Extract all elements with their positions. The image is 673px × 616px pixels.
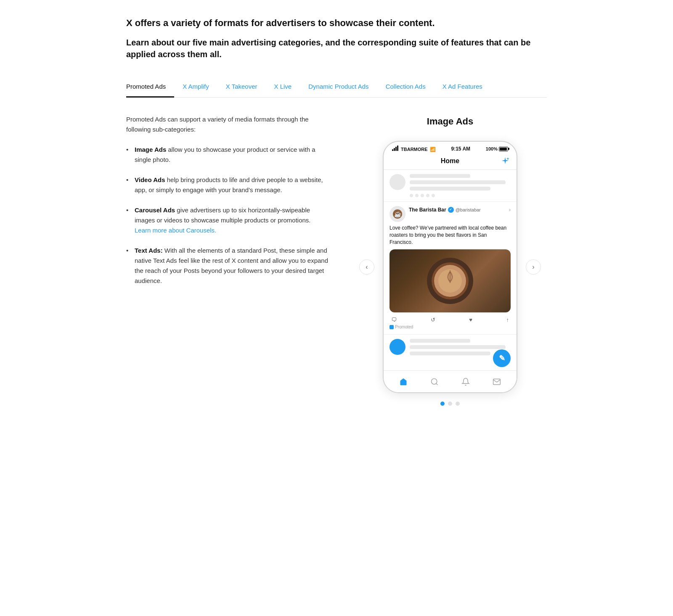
compose-icon: ✎ [499, 353, 505, 364]
carousel-ads-title: Carousel Ads [135, 206, 175, 214]
post-author-name: The Barista Bar [409, 206, 446, 214]
skeleton-dot [415, 194, 419, 197]
skeleton-avatar-1 [389, 174, 405, 190]
tab-dynamic-product[interactable]: Dynamic Product Ads [300, 77, 377, 98]
skeleton-line [410, 339, 470, 343]
skeleton-post-1 [384, 170, 517, 202]
list-item-text-ads: Text Ads: With all the elements of a sta… [126, 246, 328, 286]
chevron-right-icon: › [532, 262, 534, 272]
post-author-row: The Barista Bar ✓ @baristabar › [409, 206, 511, 214]
skeleton-dot [432, 194, 435, 197]
promoted-post: ☕ The Barista Bar ✓ @baristabar › [384, 202, 517, 335]
skeleton-lines-1 [410, 174, 511, 197]
post-header: ☕ The Barista Bar ✓ @baristabar › [389, 206, 511, 222]
comment-icon[interactable]: 🗨 [391, 316, 397, 324]
phone-nav-title: Home [441, 156, 459, 166]
chevron-left-icon: ‹ [366, 262, 368, 272]
skeleton-dot [421, 194, 424, 197]
like-icon[interactable]: ♥ [469, 316, 472, 324]
carrier-name: TBARMORE [401, 147, 428, 152]
skeleton-line [410, 180, 506, 184]
phone-content-scroll[interactable]: ☕ The Barista Bar ✓ @baristabar › [384, 170, 517, 370]
compose-button[interactable]: ✎ [493, 349, 511, 367]
nav-search-icon[interactable] [430, 377, 439, 386]
tab-collection[interactable]: Collection Ads [377, 77, 434, 98]
header-right-area [497, 156, 510, 166]
features-list: Image Ads allow you to showcase your pro… [126, 145, 328, 286]
post-handle: @baristabar [456, 206, 481, 214]
signal-bar-3 [395, 147, 397, 151]
skeleton-line [410, 187, 490, 190]
battery-fill [500, 148, 507, 151]
intro-section: X offers a variety of formats for advert… [126, 17, 547, 60]
skeleton-dots [410, 194, 511, 197]
skeleton-line [410, 174, 470, 178]
share-icon[interactable]: ↑ [506, 316, 509, 324]
page-wrapper: X offers a variety of formats for advert… [101, 0, 572, 431]
skeleton-avatar-blue [389, 339, 405, 355]
phone-carousel-wrapper: ‹ TBARMORE [353, 141, 547, 393]
phone-bottom-nav [384, 370, 517, 392]
nav-messages-icon[interactable] [492, 377, 501, 386]
signal-bar-4 [397, 145, 398, 151]
description-text: Promoted Ads can support a variety of me… [126, 114, 328, 135]
skeleton-line [410, 345, 506, 349]
text-ads-title: Text Ads: [135, 247, 163, 254]
video-ads-title: Video Ads [135, 176, 165, 183]
preview-title: Image Ads [427, 114, 473, 128]
intro-headline: X offers a variety of formats for advert… [126, 17, 547, 30]
post-chevron-icon: › [509, 206, 511, 214]
signal-bar-2 [394, 148, 395, 151]
post-image [389, 249, 511, 312]
post-avatar: ☕ [389, 206, 405, 222]
carousel-prev-button[interactable]: ‹ [359, 259, 374, 275]
right-column: Image Ads ‹ [353, 114, 547, 406]
carousel-learn-more-link[interactable]: Learn more about Carousels. [135, 227, 216, 234]
list-item-image-ads: Image Ads allow you to showcase your pro… [126, 145, 328, 165]
nav-notifications-icon[interactable] [461, 377, 470, 386]
dot-3[interactable] [456, 402, 460, 406]
image-ads-title: Image Ads [135, 146, 166, 153]
retweet-icon[interactable]: ↺ [431, 316, 435, 324]
list-item-carousel-ads: Carousel Ads give advertisers up to six … [126, 205, 328, 235]
dot-1[interactable] [440, 402, 445, 406]
signal-bars-icon [392, 145, 398, 151]
promoted-label: Promoted [389, 324, 511, 330]
barista-avatar-icon: ☕ [392, 209, 403, 219]
battery-icon [499, 147, 508, 151]
svg-line-8 [436, 383, 438, 385]
coffee-latte-art-image [425, 256, 475, 306]
tab-takeover[interactable]: X Takeover [217, 77, 266, 98]
intro-subheadline: Learn about our five main advertising ca… [126, 37, 547, 60]
wifi-icon: 📶 [430, 147, 436, 152]
tab-promoted-ads[interactable]: Promoted Ads [126, 77, 174, 98]
tabs-nav: Promoted Ads X Amplify X Takeover X Live… [126, 77, 547, 98]
skeleton-line [410, 352, 490, 355]
phone-app-header: Home [384, 154, 517, 170]
battery-percentage: 100% [486, 145, 498, 153]
carousel-next-button[interactable]: › [526, 259, 541, 275]
content-area: Promoted Ads can support a variety of me… [126, 114, 547, 406]
dot-2[interactable] [448, 402, 452, 406]
nav-home-icon[interactable] [399, 377, 408, 386]
phone-time: 9:15 AM [451, 145, 470, 153]
verified-badge-icon: ✓ [448, 207, 454, 213]
signal-bar-1 [392, 149, 393, 151]
skeleton-dot [410, 194, 413, 197]
post-actions: 🗨 ↺ ♥ ↑ [389, 316, 511, 324]
post-meta: The Barista Bar ✓ @baristabar › [409, 206, 511, 214]
carrier-signal: TBARMORE 📶 [392, 145, 436, 153]
sparkle-icon [501, 156, 510, 166]
tab-ad-features[interactable]: X Ad Features [434, 77, 491, 98]
svg-point-7 [432, 378, 437, 384]
tab-live[interactable]: X Live [266, 77, 300, 98]
left-column: Promoted Ads can support a variety of me… [126, 114, 328, 296]
promoted-icon [389, 325, 394, 329]
tab-amplify[interactable]: X Amplify [174, 77, 217, 98]
list-item-video-ads: Video Ads help bring products to life an… [126, 175, 328, 195]
battery-status: 100% [486, 145, 508, 153]
promoted-text: Promoted [395, 324, 413, 330]
skeleton-dot [426, 194, 429, 197]
phone-mockup: TBARMORE 📶 9:15 AM 100% [383, 141, 517, 393]
phone-status-bar: TBARMORE 📶 9:15 AM 100% [384, 142, 517, 154]
